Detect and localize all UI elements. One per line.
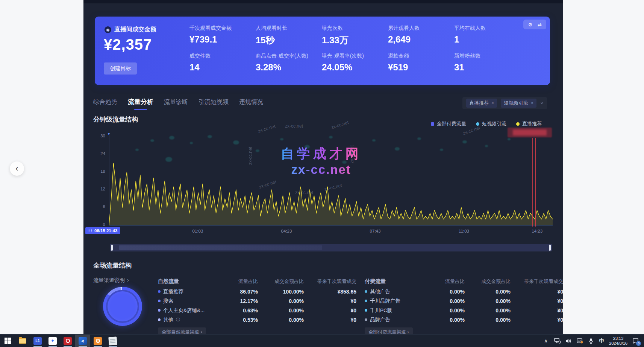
channel-name: 直播推荐 <box>163 288 183 295</box>
natural-traffic-table: 自然流量流量占比成交金额占比带来千次观看成交直播推荐86.07%100.00%¥… <box>158 276 356 334</box>
network-icon[interactable] <box>554 338 561 344</box>
gmv-share: 0.00% <box>258 298 304 304</box>
traffic-share: 0.63% <box>217 307 258 314</box>
all-channels-link[interactable]: 全部自然流量渠道 › <box>158 327 206 334</box>
hero-metric: 曝光次数1.33万 <box>322 25 388 51</box>
ime-indicator[interactable]: 中 <box>599 338 605 344</box>
metric-label: 人均观看时长 <box>256 25 322 32</box>
swap-icon[interactable]: ⇄ <box>538 22 542 27</box>
filter-chip[interactable]: 短视频引流× <box>501 99 536 108</box>
taskbar-clock[interactable]: 23:13 2024/8/16 <box>609 336 627 346</box>
hero-metric: 千次观看成交金额¥739.1 <box>189 25 256 51</box>
mini-watermark: zx-cc.net <box>257 123 276 134</box>
chevron-up-icon[interactable]: ∧ <box>543 338 549 344</box>
y-axis-tick: 12 <box>92 187 105 191</box>
channel-dot-icon <box>158 318 161 321</box>
legend-marker <box>476 122 479 126</box>
channel-label: 千川品牌广告 <box>365 298 424 304</box>
taskbar-app-red[interactable] <box>60 335 75 347</box>
metric-label: 退款金额 <box>388 53 454 59</box>
tab-2[interactable]: 流量分析 <box>128 97 153 110</box>
zoom-handle-left[interactable] <box>111 245 113 251</box>
clock-time: 23:13 <box>609 336 627 341</box>
legend-item[interactable]: 短视频引流 <box>476 120 506 127</box>
minute-flow-chart[interactable]: ▼ 自学成才网 zx-cc.net zx-cc.netzx-cc.netzx-c… <box>109 134 553 228</box>
start-menu-button[interactable] <box>0 335 15 347</box>
snip-tool-icon[interactable] <box>577 338 583 344</box>
channel-label: 品牌广告 <box>365 317 424 323</box>
table-row: 个人主页&店铺&...0.63%0.00%¥0 <box>158 306 356 315</box>
axis-pointer-label[interactable]: ⋮⋮ 08/15 21:43 <box>85 227 120 234</box>
hero-metric: 退款金额¥519 <box>388 53 454 79</box>
traffic-share: 0.00% <box>424 317 465 323</box>
primary-metric-value: ¥2,357 <box>104 36 152 53</box>
chart-zoom-scrollbar[interactable] <box>110 244 552 251</box>
prev-image-button[interactable]: ‹ <box>10 161 24 176</box>
tab-5[interactable]: 违规情况 <box>239 98 263 110</box>
channel-help-text: 流量渠道说明 <box>93 277 125 284</box>
info-icon[interactable]: ⓘ <box>176 317 180 323</box>
table-header-row: 自然流量流量占比成交金额占比带来千次观看成交 <box>158 276 356 287</box>
channel-name: 个人主页&店铺&... <box>163 307 205 314</box>
taskbar-app-browser[interactable]: ➤ <box>75 335 90 347</box>
traffic-share: 0.00% <box>424 307 465 314</box>
hero-metrics-grid: 千次观看成交金额¥739.1人均观看时长15秒曝光次数1.33万累计观看人数2,… <box>189 25 520 79</box>
legend-item[interactable]: 直播推荐 <box>516 120 542 127</box>
cursor-app-icon: ➤ <box>79 337 87 345</box>
taskbar-app-l1[interactable]: L1 <box>30 335 45 347</box>
settings-gear-icon[interactable]: ⚙ <box>528 22 532 27</box>
remove-tag-icon[interactable]: × <box>531 100 533 106</box>
notification-center[interactable]: 3 <box>632 338 639 344</box>
session-structure-title: 全场流量结构 <box>93 261 132 270</box>
primary-metric-label: 直播间成交金额 <box>114 26 156 33</box>
taskbar-app-orange[interactable] <box>90 335 105 347</box>
metric-label: 商品点击-成交率(人数) <box>256 53 322 59</box>
table-footer: 全部付费流量渠道 › <box>365 327 563 334</box>
metric-value: 3.28% <box>256 62 322 73</box>
hero-metric: 人均观看时长15秒 <box>256 25 322 51</box>
legend-label: 短视频引流 <box>482 120 506 127</box>
all-channels-link[interactable]: 全部付费流量渠道 › <box>365 327 413 334</box>
legend-marker <box>516 122 520 126</box>
metric-value: ¥739.1 <box>189 34 256 45</box>
notification-badge: 3 <box>636 341 641 346</box>
channel-dot-icon <box>158 290 161 293</box>
tab-3[interactable]: 流量诊断 <box>164 98 188 110</box>
chevron-down-icon[interactable]: ∨ <box>540 101 543 105</box>
channel-help-link[interactable]: 流量渠道说明 › <box>93 277 129 284</box>
tab-1[interactable]: 综合趋势 <box>93 98 117 110</box>
hero-metric: 成交件数14 <box>189 53 256 79</box>
clock-date: 2024/8/16 <box>609 341 627 346</box>
chevron-left-icon: ‹ <box>15 164 18 173</box>
zoom-handle-right[interactable] <box>549 245 551 251</box>
microphone-icon[interactable] <box>588 338 594 344</box>
dashboard-window: ◉ 直播间成交金额 ¥2,357 创建目标 千次观看成交金额¥739.1人均观看… <box>83 0 563 334</box>
taskbar-file-explorer[interactable] <box>15 335 30 347</box>
create-goal-button[interactable]: 创建目标 <box>104 62 137 75</box>
x-axis-tick: 11:03 <box>459 229 469 233</box>
channel-name: 其他 <box>163 317 173 323</box>
gmv-share: 0.00% <box>465 298 511 304</box>
channel-label: 其他广告 <box>365 288 424 295</box>
filter-chip-list: 直播推荐×短视频引流× <box>466 99 536 108</box>
mini-watermark: zx-cc.net <box>330 120 349 130</box>
y-axis-tick: 18 <box>92 169 105 174</box>
tab-4[interactable]: 引流短视频 <box>199 98 229 110</box>
gmv-share: 0.00% <box>465 317 511 323</box>
card-controls: ⚙ ⇄ <box>523 20 546 29</box>
channel-dot-icon <box>158 300 161 302</box>
legend-item[interactable]: 全部付费流量 <box>431 120 466 127</box>
channel-name: 其他广告 <box>370 288 390 295</box>
channel-filter-select[interactable]: 直播推荐×短视频引流× ∨ <box>462 97 547 109</box>
target-icon: ◉ <box>105 26 111 33</box>
y-axis-tick: 0 <box>92 222 105 227</box>
channel-label: 其他ⓘ <box>158 317 217 323</box>
gmv-share: 0.00% <box>258 307 304 314</box>
paid-traffic-table: 付费流量流量占比成交金额占比带来千次观看成交其他广告0.00%0.00%¥0千川… <box>365 276 563 334</box>
taskbar-notepad[interactable] <box>105 335 120 347</box>
volume-icon[interactable] <box>565 338 572 344</box>
gmv-per-k-views: ¥0 <box>304 298 356 304</box>
filter-chip[interactable]: 直播推荐× <box>466 99 497 108</box>
remove-tag-icon[interactable]: × <box>491 100 494 106</box>
taskbar-app-blue[interactable]: ✦ <box>45 335 60 347</box>
